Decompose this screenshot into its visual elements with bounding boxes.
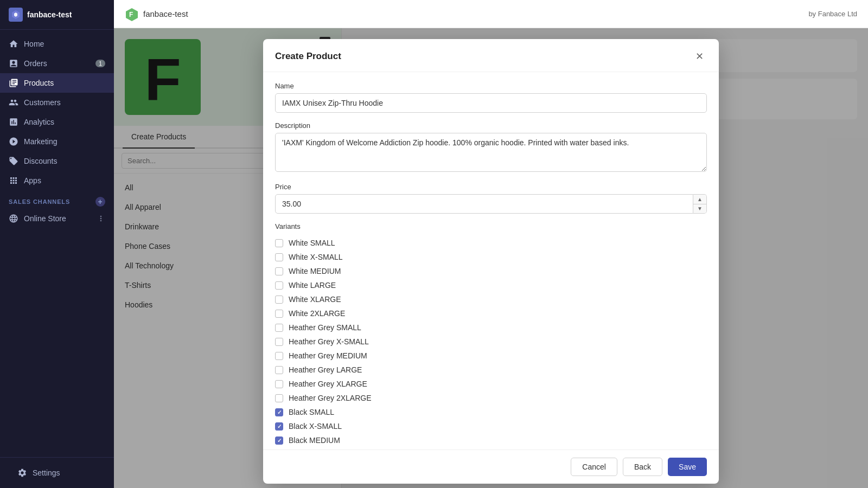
svg-text:F: F [129,11,133,18]
sidebar-label-orders: Orders [24,59,47,68]
sidebar-label-products: Products [24,79,54,87]
sidebar-item-marketing[interactable]: Marketing [0,132,114,151]
variant-checkbox-white-small[interactable] [275,239,283,247]
variant-white-xsmall: White X-SMALL [275,250,707,264]
product-price-input[interactable] [275,194,693,214]
modal-overlay: Create Product ✕ Name Description 'IAXM'… [114,28,868,488]
variant-checkbox-heather-grey-xsmall[interactable] [275,338,283,346]
variant-black-xsmall: Black X-SMALL [275,419,707,433]
variant-white-large: White LARGE [275,278,707,292]
topbar-left: F fanbace-test [125,7,188,21]
modal-close-button[interactable]: ✕ [692,49,707,64]
sidebar-item-settings[interactable]: Settings [9,463,105,483]
sidebar-label-online-store: Online Store [24,214,66,223]
description-label: Description [275,121,707,130]
variant-checkbox-white-large[interactable] [275,281,283,290]
variant-heather-grey-xsmall: Heather Grey X-SMALL [275,335,707,349]
sales-channels-label: SALES CHANNELS [9,198,70,205]
variants-label: Variants [275,222,707,230]
create-product-modal: Create Product ✕ Name Description 'IAXM'… [263,39,719,484]
variant-label-black-medium: Black MEDIUM [289,436,340,445]
sidebar-item-online-store[interactable]: Online Store [0,209,114,228]
variants-section: Variants White SMALL White X-SMALL White… [275,222,707,447]
variant-label-heather-grey-large: Heather Grey LARGE [289,365,362,374]
orders-icon [9,59,18,68]
sidebar-brand[interactable]: fanbace-test [0,0,114,30]
description-field-group: Description 'IAXM' Kingdom of Welcome Ad… [275,121,707,174]
variant-checkbox-heather-grey-2xlarge[interactable] [275,394,283,402]
price-field-group: Price ▲ ▼ [275,183,707,214]
sidebar-navigation: Home Orders 1 Products Customers Analyti… [0,30,114,457]
variant-checkbox-white-xsmall[interactable] [275,253,283,261]
modal-body: Name Description 'IAXM' Kingdom of Welco… [263,72,719,450]
sidebar-item-apps[interactable]: Apps [0,171,114,190]
variant-checkbox-heather-grey-xlarge[interactable] [275,380,283,388]
main-content: F fanbace-test by Fanbace Ltd F Create P [114,0,868,488]
sidebar-item-home[interactable]: Home [0,34,114,54]
content-area: F Create Products All All Apparel Drinkw… [114,28,868,488]
variant-heather-grey-xlarge: Heather Grey XLARGE [275,377,707,391]
variant-checkbox-white-medium[interactable] [275,267,283,275]
sidebar-item-products[interactable]: Products [0,73,114,93]
price-label: Price [275,183,707,191]
analytics-icon [9,117,18,127]
variant-label-heather-grey-xsmall: Heather Grey X-SMALL [289,337,369,346]
sidebar-label-apps: Apps [24,176,41,185]
variant-checkbox-heather-grey-large[interactable] [275,366,283,374]
variant-checkbox-white-2xlarge[interactable] [275,310,283,318]
save-button[interactable]: Save [668,458,707,476]
variant-label-white-xlarge: White XLARGE [289,295,341,304]
sidebar-item-customers[interactable]: Customers [0,93,114,112]
topbar-logo-icon: F [125,7,139,21]
variant-checkbox-black-xsmall[interactable] [275,422,283,431]
variant-checkbox-white-xlarge[interactable] [275,296,283,304]
variant-label-white-medium: White MEDIUM [289,267,341,275]
modal-header: Create Product ✕ [263,39,719,72]
variant-label-heather-grey-xlarge: Heather Grey XLARGE [289,380,367,388]
sidebar-item-analytics[interactable]: Analytics [0,112,114,132]
name-label: Name [275,82,707,90]
variant-checkbox-heather-grey-small[interactable] [275,324,283,332]
variant-checkbox-black-medium[interactable] [275,436,283,445]
online-store-icon [9,214,18,223]
sidebar: fanbace-test Home Orders 1 Products Cust… [0,0,114,488]
sidebar-label-settings: Settings [33,468,60,477]
variant-heather-grey-large: Heather Grey LARGE [275,363,707,377]
variant-label-white-xsmall: White X-SMALL [289,253,343,261]
sidebar-label-customers: Customers [24,98,61,107]
price-decrement-button[interactable]: ▼ [693,204,706,214]
variant-white-medium: White MEDIUM [275,264,707,278]
variant-label-black-small: Black SMALL [289,408,334,416]
marketing-icon [9,137,18,146]
online-store-settings-icon [97,214,105,223]
price-increment-button[interactable]: ▲ [693,195,706,204]
sidebar-label-analytics: Analytics [24,118,54,126]
sidebar-store-name: fanbace-test [27,10,72,19]
variant-label-white-large: White LARGE [289,281,336,290]
products-icon [9,78,18,88]
variant-label-heather-grey-small: Heather Grey SMALL [289,323,361,332]
variant-checkbox-heather-grey-medium[interactable] [275,352,283,360]
back-button[interactable]: Back [623,458,662,476]
variant-heather-grey-medium: Heather Grey MEDIUM [275,349,707,363]
variant-label-white-2xlarge: White 2XLARGE [289,309,345,318]
add-sales-channel-button[interactable]: + [95,197,105,207]
sidebar-item-orders[interactable]: Orders 1 [0,54,114,73]
name-field-group: Name [275,82,707,113]
sales-channels-section: SALES CHANNELS + [0,190,114,209]
price-input-wrap: ▲ ▼ [275,194,707,214]
variant-heather-grey-small: Heather Grey SMALL [275,320,707,335]
variant-white-small: White SMALL [275,236,707,250]
product-description-input[interactable]: 'IAXM' Kingdom of Welcome Addiction Zip … [275,133,707,172]
price-spinners: ▲ ▼ [693,194,707,214]
variant-checkbox-black-small[interactable] [275,408,283,416]
sidebar-item-discounts[interactable]: Discounts [0,151,114,171]
cancel-button[interactable]: Cancel [571,458,617,476]
brand-icon [9,8,23,22]
variant-white-2xlarge: White 2XLARGE [275,306,707,320]
apps-icon [9,176,18,185]
variant-label-white-small: White SMALL [289,239,335,247]
product-name-input[interactable] [275,93,707,113]
sidebar-label-home: Home [24,40,44,48]
orders-badge: 1 [95,60,105,67]
